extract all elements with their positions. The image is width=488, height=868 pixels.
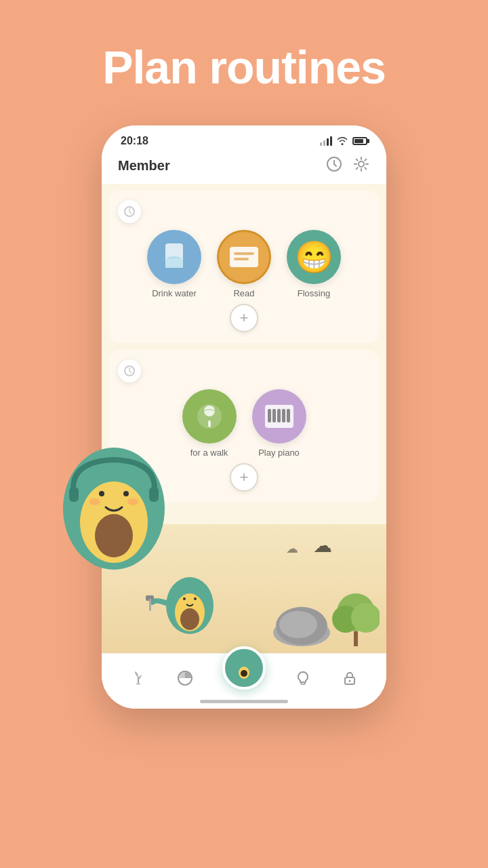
nav-plant[interactable]: [123, 665, 154, 691]
morning-section-header: [118, 200, 370, 223]
scene-rock: [271, 599, 332, 646]
habit-piano-label: Play piano: [258, 448, 300, 458]
svg-point-22: [183, 597, 186, 600]
nav-chart[interactable]: [169, 665, 201, 691]
svg-rect-25: [149, 599, 151, 611]
svg-rect-6: [230, 247, 258, 267]
habit-floss-label: Flossing: [298, 288, 330, 298]
header-icons: [325, 155, 370, 176]
svg-point-43: [95, 514, 133, 557]
habit-water[interactable]: Drink water: [142, 230, 207, 298]
svg-rect-49: [149, 487, 159, 502]
page-title: Plan routines: [0, 0, 488, 94]
nav-home[interactable]: [216, 642, 272, 694]
svg-point-46: [89, 498, 100, 505]
svg-rect-7: [234, 252, 254, 255]
svg-rect-38: [301, 682, 305, 684]
svg-rect-17: [282, 409, 285, 422]
svg-rect-14: [268, 409, 271, 422]
signal-icon: [320, 136, 332, 146]
settings-icon[interactable]: [352, 155, 370, 176]
svg-point-28: [279, 611, 317, 638]
svg-point-40: [348, 679, 350, 682]
svg-rect-5: [165, 258, 183, 268]
status-bar: 20:18: [102, 125, 386, 153]
svg-rect-8: [234, 258, 249, 260]
svg-rect-12: [208, 420, 211, 427]
avocado-mascot: [46, 393, 182, 586]
status-icons: [320, 136, 367, 147]
svg-point-1: [359, 161, 364, 167]
svg-rect-15: [272, 409, 276, 422]
svg-rect-16: [277, 409, 281, 422]
status-time: 20:18: [121, 135, 148, 147]
home-indicator: [200, 700, 288, 703]
svg-rect-32: [354, 631, 358, 646]
afternoon-time-badge: [118, 359, 141, 382]
svg-point-11: [204, 406, 215, 416]
svg-point-37: [241, 670, 247, 677]
morning-section: Drink water Read: [108, 191, 380, 343]
svg-point-21: [180, 608, 199, 630]
habit-read-label: Read: [233, 288, 254, 298]
habit-walk-label: for a walk: [190, 448, 228, 458]
scene-bush: [332, 585, 380, 646]
wifi-icon: [336, 136, 348, 147]
battery-icon: [352, 137, 367, 145]
habit-floss[interactable]: 😁 Flossing: [282, 230, 346, 298]
habit-water-label: Drink water: [152, 288, 197, 298]
app-header: Member: [102, 153, 386, 184]
svg-rect-33: [136, 683, 140, 685]
morning-time-badge: [118, 200, 141, 223]
habit-walk[interactable]: for a walk: [177, 389, 241, 458]
afternoon-section-header: [118, 359, 370, 382]
history-icon[interactable]: [325, 155, 343, 176]
header-title: Member: [118, 158, 170, 174]
svg-point-31: [351, 603, 380, 633]
nav-lightbulb[interactable]: [287, 665, 319, 691]
nav-lock[interactable]: [334, 665, 365, 691]
habit-piano[interactable]: Play piano: [247, 389, 311, 458]
morning-add-button[interactable]: +: [230, 304, 258, 332]
svg-point-47: [127, 498, 138, 505]
afternoon-add-button[interactable]: +: [230, 463, 258, 492]
svg-point-45: [123, 491, 129, 496]
svg-rect-18: [287, 409, 290, 422]
morning-habits: Drink water Read: [118, 230, 370, 298]
svg-rect-48: [69, 487, 79, 502]
habit-read[interactable]: Read: [212, 230, 277, 298]
svg-point-23: [194, 597, 197, 600]
svg-point-44: [99, 491, 104, 496]
